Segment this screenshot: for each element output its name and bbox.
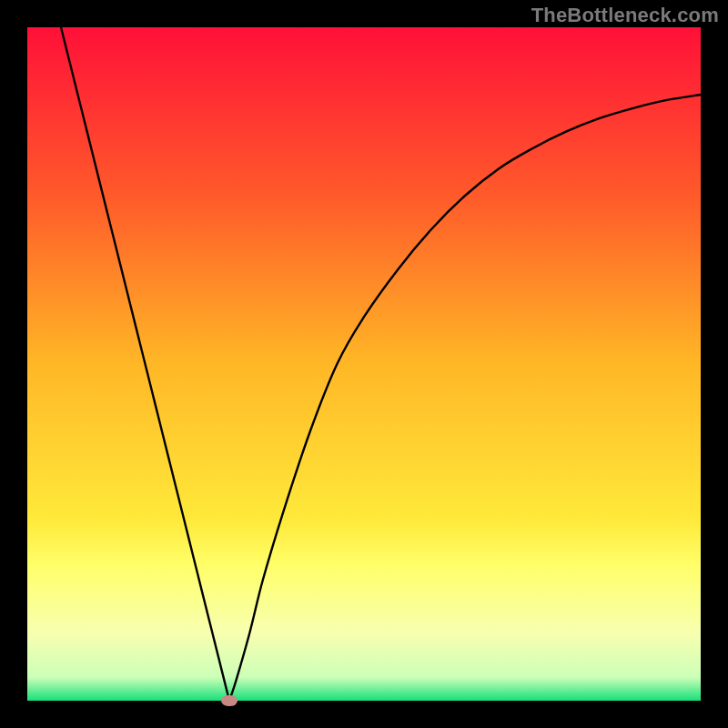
chart-frame: TheBottleneck.com — [0, 0, 728, 728]
plot-area — [27, 27, 701, 701]
gradient-background — [27, 27, 701, 701]
plot-svg — [27, 27, 701, 701]
vertex-marker — [221, 695, 238, 706]
watermark-text: TheBottleneck.com — [531, 4, 719, 27]
